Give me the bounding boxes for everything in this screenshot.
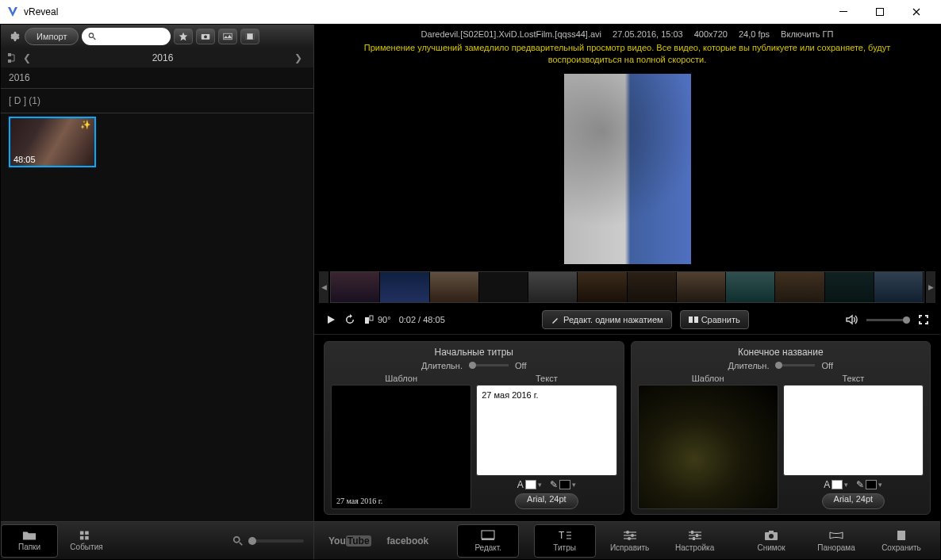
window-maximize-button[interactable] [862,0,898,24]
loop-button[interactable] [344,314,355,325]
play-button[interactable] [325,314,336,325]
svg-rect-1 [877,9,884,16]
start-pen-color[interactable]: ✎▾ [550,479,576,490]
search-input[interactable] [82,28,171,45]
tab-adjust[interactable]: Настройка [664,524,726,558]
titles-icon: T [557,529,573,542]
sidebar-tab-events[interactable]: События [58,524,115,558]
app-logo-icon [6,6,19,18]
panorama-icon [828,529,844,542]
video-preview[interactable] [314,70,940,268]
main-panel: Daredevil.[S02E01].XviD.LostFilm.[qqss44… [314,25,940,559]
video-datetime: 27.05.2016, 15:03 [613,29,683,39]
svg-rect-31 [769,531,774,533]
sidebar-tab-folders[interactable]: Папки [1,524,58,558]
end-text-input[interactable] [783,385,924,476]
end-pen-color[interactable]: ✎▾ [856,479,882,490]
bottom-toolbar: YouTube facebook Редакт. T Титры Исправи… [314,521,940,559]
grid-icon [79,530,94,541]
end-font-button[interactable]: Arial, 24pt [822,493,885,509]
facebook-button[interactable]: facebook [381,535,436,547]
end-duration-slider[interactable] [775,364,815,366]
year-label: 2016 [36,52,290,63]
video-filter-button[interactable] [240,29,259,44]
panel-title: Начальные титры [331,347,617,358]
svg-rect-0 [839,11,847,12]
camera-filter-button[interactable] [196,29,215,44]
warning-message: Применение улучшений замедлило предварит… [314,40,940,70]
svg-point-15 [234,536,240,542]
tree-icon[interactable] [7,52,18,63]
magnifier-icon [232,535,244,547]
image-filter-button[interactable] [218,29,237,44]
breadcrumb[interactable]: 2016 [1,67,313,88]
end-template-preview[interactable] [638,385,778,509]
svg-rect-19 [694,316,698,323]
youtube-button[interactable]: YouTube [322,535,378,547]
prev-year-button[interactable]: ❮ [18,52,36,63]
svg-rect-18 [689,316,693,323]
start-text-color[interactable]: A▾ [517,479,542,490]
tab-titles[interactable]: T Титры [534,524,596,558]
window-minimize-button[interactable] [825,0,862,24]
svg-rect-12 [85,531,89,535]
compare-button[interactable]: Сравнить [680,310,749,329]
camera-icon [763,529,779,542]
start-duration-slider[interactable] [469,364,509,366]
video-resolution: 400x720 [694,29,728,39]
settings-button[interactable] [6,29,21,44]
enable-gpu-link[interactable]: Включить ГП [781,29,833,39]
svg-rect-33 [896,531,897,540]
tab-panorama[interactable]: Панорама [805,524,867,558]
wand-icon [551,315,560,324]
star-filter-button[interactable] [174,29,193,44]
tab-edit[interactable]: Редакт. [457,524,519,558]
svg-rect-14 [85,536,89,540]
svg-point-23 [626,531,629,534]
panel-title: Конечное название [638,347,924,358]
timeline-scroll-left[interactable]: ◀ [319,271,328,303]
year-nav: ❮ 2016 ❯ [1,48,313,67]
next-year-button[interactable]: ❯ [290,52,307,63]
svg-rect-32 [896,531,907,540]
thumbnail-zoom-slider[interactable] [232,535,313,547]
svg-rect-10 [8,59,11,63]
tab-save[interactable]: Сохранить [870,524,932,558]
svg-point-30 [769,534,774,539]
volume-slider[interactable] [866,319,910,321]
timeline-scroll-right[interactable]: ▶ [926,271,935,303]
tab-snapshot[interactable]: Снимок [740,524,802,558]
film-icon [893,529,909,542]
video-filename: Daredevil.[S02E01].XviD.LostFilm.[qqss44… [421,29,601,39]
magic-wand-icon: ✨ [80,120,91,130]
edit-icon [480,529,496,542]
tab-fix[interactable]: Исправить [599,524,661,558]
start-template-preview[interactable]: 27 мая 2016 г. [331,385,471,509]
import-button[interactable]: Импорт [25,28,79,45]
svg-rect-21 [482,539,494,540]
end-text-color[interactable]: A▾ [824,479,848,490]
svg-rect-27 [696,534,698,537]
one-click-edit-button[interactable]: Редакт. одним нажатием [542,310,672,329]
start-titles-panel: Начальные титры Длительн. Off Шаблон 27 … [324,341,624,515]
start-font-button[interactable]: Arial, 24pt [515,493,578,509]
fullscreen-button[interactable] [918,314,929,325]
svg-rect-11 [80,531,84,535]
timeline-strip[interactable] [330,271,924,303]
svg-rect-8 [253,33,255,40]
svg-rect-9 [8,53,11,56]
volume-button[interactable] [846,314,858,325]
svg-rect-26 [691,531,693,534]
svg-rect-34 [905,531,907,540]
svg-point-4 [205,36,208,39]
start-text-input[interactable]: 27 мая 2016 г. [476,385,616,476]
video-info-bar: Daredevil.[S02E01].XviD.LostFilm.[qqss44… [314,25,940,40]
svg-point-24 [631,534,634,537]
video-thumbnail[interactable]: ✨ 48:05 [9,117,96,167]
titlebar: vReveal [0,0,941,24]
svg-point-25 [628,537,631,540]
window-close-button[interactable] [898,0,935,24]
sidebar: Импорт ❮ 2016 ❯ 2016 [ D ] (1) ✨ 48:05 [1,25,314,559]
rotate-button[interactable]: 90° [363,314,391,325]
svg-rect-16 [365,317,369,324]
